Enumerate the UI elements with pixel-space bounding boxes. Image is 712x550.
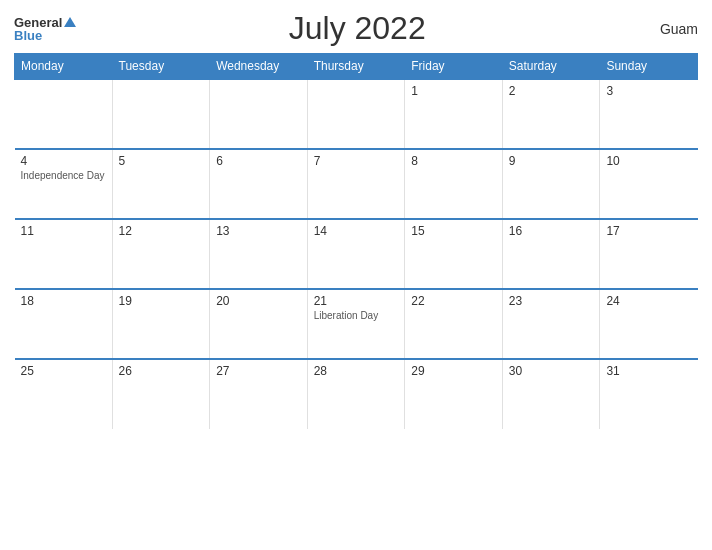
day-number: 29 xyxy=(411,364,496,378)
calendar-row: 4Independence Day5678910 xyxy=(15,149,698,219)
day-number: 27 xyxy=(216,364,301,378)
day-number: 17 xyxy=(606,224,691,238)
calendar-cell: 11 xyxy=(15,219,113,289)
calendar-cell: 20 xyxy=(210,289,308,359)
day-number: 3 xyxy=(606,84,691,98)
calendar-cell: 1 xyxy=(405,79,503,149)
calendar-cell: 18 xyxy=(15,289,113,359)
day-number: 4 xyxy=(21,154,106,168)
calendar-cell: 31 xyxy=(600,359,698,429)
day-number: 14 xyxy=(314,224,399,238)
day-number: 26 xyxy=(119,364,204,378)
header-sunday: Sunday xyxy=(600,54,698,80)
day-number: 2 xyxy=(509,84,594,98)
day-number: 16 xyxy=(509,224,594,238)
calendar-cell: 23 xyxy=(502,289,600,359)
day-number: 9 xyxy=(509,154,594,168)
logo-general-text: General xyxy=(14,16,62,29)
calendar-cell xyxy=(15,79,113,149)
calendar-cell: 19 xyxy=(112,289,210,359)
calendar-cell: 16 xyxy=(502,219,600,289)
day-number: 30 xyxy=(509,364,594,378)
calendar-cell xyxy=(307,79,405,149)
calendar-cell: 4Independence Day xyxy=(15,149,113,219)
day-event: Liberation Day xyxy=(314,310,399,321)
calendar-cell: 27 xyxy=(210,359,308,429)
calendar-cell: 17 xyxy=(600,219,698,289)
calendar-cell: 15 xyxy=(405,219,503,289)
calendar-cell: 29 xyxy=(405,359,503,429)
day-number: 5 xyxy=(119,154,204,168)
calendar-cell: 3 xyxy=(600,79,698,149)
day-number: 25 xyxy=(21,364,106,378)
calendar-cell: 10 xyxy=(600,149,698,219)
header-wednesday: Wednesday xyxy=(210,54,308,80)
day-number: 28 xyxy=(314,364,399,378)
calendar-row: 25262728293031 xyxy=(15,359,698,429)
day-number: 10 xyxy=(606,154,691,168)
calendar-cell: 21Liberation Day xyxy=(307,289,405,359)
weekday-header-row: Monday Tuesday Wednesday Thursday Friday… xyxy=(15,54,698,80)
calendar-cell: 14 xyxy=(307,219,405,289)
day-number: 11 xyxy=(21,224,106,238)
day-number: 24 xyxy=(606,294,691,308)
header-tuesday: Tuesday xyxy=(112,54,210,80)
calendar-cell: 6 xyxy=(210,149,308,219)
day-number: 31 xyxy=(606,364,691,378)
calendar-cell: 25 xyxy=(15,359,113,429)
calendar-cell: 7 xyxy=(307,149,405,219)
day-number: 1 xyxy=(411,84,496,98)
calendar-cell: 2 xyxy=(502,79,600,149)
logo-blue-text: Blue xyxy=(14,29,76,42)
calendar-cell xyxy=(112,79,210,149)
calendar-row: 11121314151617 xyxy=(15,219,698,289)
logo-triangle-icon xyxy=(64,17,76,27)
day-number: 22 xyxy=(411,294,496,308)
day-number: 18 xyxy=(21,294,106,308)
calendar-title: July 2022 xyxy=(76,10,638,47)
day-number: 19 xyxy=(119,294,204,308)
day-number: 12 xyxy=(119,224,204,238)
day-number: 6 xyxy=(216,154,301,168)
calendar-cell: 22 xyxy=(405,289,503,359)
day-number: 7 xyxy=(314,154,399,168)
calendar-cell: 13 xyxy=(210,219,308,289)
header-friday: Friday xyxy=(405,54,503,80)
calendar-page: General Blue July 2022 Guam Monday Tuesd… xyxy=(0,0,712,550)
calendar-cell: 8 xyxy=(405,149,503,219)
calendar-cell: 12 xyxy=(112,219,210,289)
header-thursday: Thursday xyxy=(307,54,405,80)
calendar-cell: 9 xyxy=(502,149,600,219)
calendar-cell: 30 xyxy=(502,359,600,429)
calendar-cell: 5 xyxy=(112,149,210,219)
region-label: Guam xyxy=(638,21,698,37)
calendar-row: 123 xyxy=(15,79,698,149)
day-number: 13 xyxy=(216,224,301,238)
day-number: 8 xyxy=(411,154,496,168)
calendar-cell: 26 xyxy=(112,359,210,429)
day-event: Independence Day xyxy=(21,170,106,181)
header: General Blue July 2022 Guam xyxy=(14,10,698,47)
header-saturday: Saturday xyxy=(502,54,600,80)
calendar-table: Monday Tuesday Wednesday Thursday Friday… xyxy=(14,53,698,429)
day-number: 21 xyxy=(314,294,399,308)
calendar-cell xyxy=(210,79,308,149)
day-number: 23 xyxy=(509,294,594,308)
header-monday: Monday xyxy=(15,54,113,80)
day-number: 15 xyxy=(411,224,496,238)
calendar-cell: 24 xyxy=(600,289,698,359)
day-number: 20 xyxy=(216,294,301,308)
calendar-row: 18192021Liberation Day222324 xyxy=(15,289,698,359)
calendar-cell: 28 xyxy=(307,359,405,429)
logo: General Blue xyxy=(14,16,76,42)
